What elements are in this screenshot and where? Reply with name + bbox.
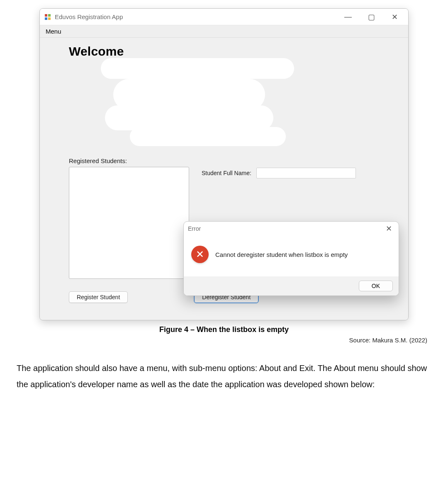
dialog-title: Error bbox=[188, 225, 201, 232]
fullname-row: Student Full Name: bbox=[202, 168, 379, 178]
svg-rect-3 bbox=[48, 17, 51, 20]
dialog-close-button[interactable]: ✕ bbox=[383, 224, 394, 233]
figure-caption: Figure 4 – When the listbox is empty bbox=[39, 325, 409, 334]
svg-rect-2 bbox=[45, 17, 47, 20]
window-controls: — ▢ ✕ bbox=[342, 12, 406, 22]
registered-students-label: Registered Students: bbox=[69, 157, 379, 164]
maximize-button[interactable]: ▢ bbox=[365, 12, 377, 22]
error-icon: ✕ bbox=[191, 246, 209, 263]
close-button[interactable]: ✕ bbox=[388, 12, 401, 22]
svg-rect-1 bbox=[48, 14, 51, 17]
dialog-footer: OK bbox=[184, 276, 399, 295]
fullname-input[interactable] bbox=[256, 168, 356, 178]
menu-item-menu[interactable]: Menu bbox=[46, 28, 61, 35]
welcome-heading: Welcome bbox=[69, 44, 379, 59]
titlebar: Eduvos Registration App — ▢ ✕ bbox=[40, 9, 408, 25]
dialog-body: ✕ Cannot deregister student when listbox… bbox=[184, 236, 399, 276]
redacted-area bbox=[69, 62, 379, 145]
dialog-ok-button[interactable]: OK bbox=[359, 281, 393, 291]
dialog-message: Cannot deregister student when listbox i… bbox=[215, 251, 348, 258]
instruction-paragraph: The application should also have a menu,… bbox=[17, 360, 431, 393]
figure-source: Source: Makura S.M. (2022) bbox=[21, 337, 427, 344]
menubar: Menu bbox=[40, 25, 408, 38]
register-student-button[interactable]: Register Student bbox=[69, 291, 128, 303]
client-area: Welcome Registered Students: Student Ful… bbox=[40, 38, 408, 320]
students-listbox[interactable] bbox=[69, 167, 189, 279]
error-icon-glyph: ✕ bbox=[196, 249, 204, 260]
error-dialog: Error ✕ ✕ Cannot deregister student when… bbox=[183, 221, 399, 296]
app-icon bbox=[44, 13, 51, 21]
minimize-button[interactable]: — bbox=[342, 12, 354, 22]
svg-rect-0 bbox=[45, 14, 47, 17]
dialog-titlebar: Error ✕ bbox=[184, 222, 399, 236]
window-title: Eduvos Registration App bbox=[55, 13, 123, 20]
right-column: Student Full Name: bbox=[202, 167, 379, 178]
main-window: Eduvos Registration App — ▢ ✕ Menu Welco… bbox=[39, 8, 409, 320]
fullname-label: Student Full Name: bbox=[202, 170, 251, 176]
